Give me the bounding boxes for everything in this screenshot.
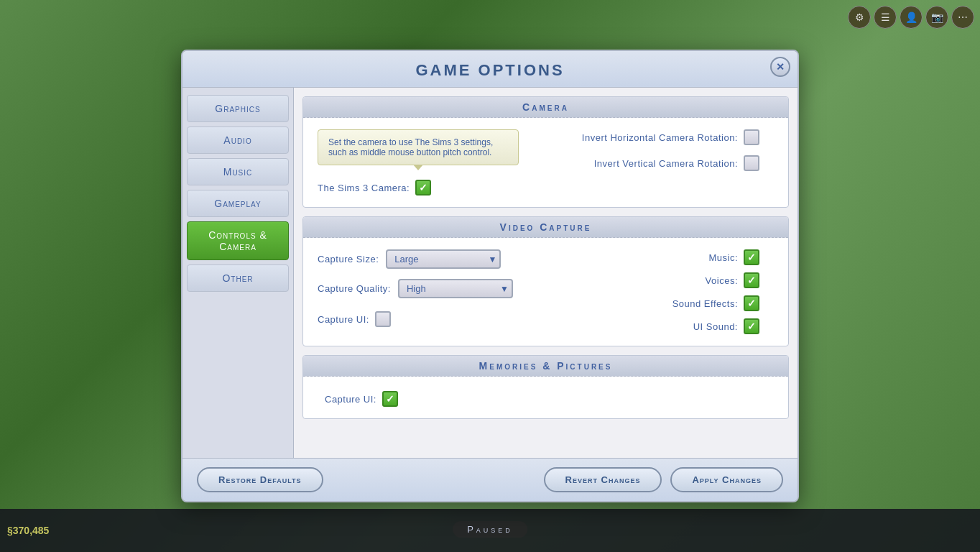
sound-effects-row: Sound Effects: — [672, 295, 759, 311]
capture-ui-label: Capture UI: — [318, 314, 369, 325]
topbar-icon-2[interactable]: ☰ — [874, 6, 897, 29]
close-button[interactable]: ✕ — [770, 57, 790, 77]
music-checkbox[interactable] — [744, 249, 759, 265]
capture-size-wrapper: Small Medium Large ▼ — [386, 249, 501, 269]
game-options-modal: Game Options ✕ Graphics Audio Music Game… — [181, 50, 799, 502]
invert-vertical-row: Invert Vertical Camera Rotation: — [594, 155, 759, 171]
sidebar-item-other[interactable]: Other — [187, 264, 289, 292]
memories-section: Memories & Pictures Capture UI: — [302, 355, 789, 419]
sidebar: Graphics Audio Music Gameplay Controls &… — [182, 88, 294, 458]
sound-effects-checkbox[interactable] — [744, 295, 759, 311]
capture-quality-row: Capture Quality: Low Medium High ▼ — [318, 279, 542, 298]
video-left: Capture Size: Small Medium Large ▼ — [318, 249, 542, 334]
topbar-icon-4[interactable]: 📷 — [925, 6, 948, 29]
camera-section: Camera Set the camera to use The Sims 3 … — [302, 96, 789, 208]
sidebar-item-gameplay[interactable]: Gameplay — [187, 190, 289, 217]
camera-tooltip: Set the camera to use The Sims 3 setting… — [318, 129, 519, 165]
memories-capture-ui-row: Capture UI: — [325, 391, 767, 407]
memories-capture-ui-label: Capture UI: — [325, 394, 376, 405]
capture-ui-row: Capture UI: — [318, 311, 542, 327]
capture-quality-select[interactable]: Low Medium High — [398, 279, 513, 298]
invert-horizontal-row: Invert Horizontal Camera Rotation: — [582, 129, 759, 145]
sidebar-item-audio[interactable]: Audio — [187, 126, 289, 154]
modal-overlay: Game Options ✕ Graphics Audio Music Game… — [0, 0, 980, 552]
sound-effects-label: Sound Effects: — [672, 298, 738, 309]
camera-left: Set the camera to use The Sims 3 setting… — [318, 129, 540, 196]
sidebar-item-controls-camera[interactable]: Controls & Camera — [187, 221, 289, 260]
ui-sound-row: UI Sound: — [693, 318, 759, 334]
sims3-camera-label: The Sims 3 Camera: — [318, 183, 410, 193]
video-capture-header: Video Capture — [303, 217, 788, 238]
sims3-camera-checkbox[interactable] — [415, 180, 431, 196]
capture-quality-label: Capture Quality: — [318, 283, 391, 294]
topbar-icon-1[interactable]: ⚙ — [848, 6, 871, 29]
content-area: Camera Set the camera to use The Sims 3 … — [294, 88, 798, 458]
modal-body: Graphics Audio Music Gameplay Controls &… — [182, 88, 798, 458]
restore-defaults-button[interactable]: Restore Defaults — [197, 467, 323, 492]
video-capture-section: Video Capture Capture Size: Small Medium — [302, 216, 789, 346]
topbar: ⚙ ☰ 👤 📷 ⋯ — [842, 0, 980, 34]
music-label: Music: — [708, 252, 738, 263]
camera-section-content: Set the camera to use The Sims 3 setting… — [303, 118, 788, 207]
sims3-camera-row: The Sims 3 Camera: — [318, 180, 540, 196]
voices-row: Voices: — [706, 272, 759, 288]
capture-size-select[interactable]: Small Medium Large — [386, 249, 501, 269]
sidebar-item-graphics[interactable]: Graphics — [187, 95, 289, 122]
footer-right-buttons: Revert Changes Apply Changes — [544, 467, 783, 492]
sidebar-item-music[interactable]: Music — [187, 158, 289, 185]
modal-title: Game Options — [415, 61, 564, 79]
memories-capture-ui-checkbox[interactable] — [382, 391, 398, 407]
topbar-icon-3[interactable]: 👤 — [900, 6, 923, 29]
topbar-icon-5[interactable]: ⋯ — [951, 6, 974, 29]
voices-label: Voices: — [706, 275, 738, 286]
ui-sound-checkbox[interactable] — [744, 318, 759, 334]
video-section-content: Capture Size: Small Medium Large ▼ — [303, 238, 788, 346]
voices-checkbox[interactable] — [744, 272, 759, 288]
invert-vertical-label: Invert Vertical Camera Rotation: — [594, 158, 738, 169]
video-right: Music: Voices: Sound Effects: — [550, 249, 775, 334]
capture-size-label: Capture Size: — [318, 254, 379, 264]
invert-horizontal-checkbox[interactable] — [744, 129, 759, 145]
capture-quality-wrapper: Low Medium High ▼ — [398, 279, 513, 298]
invert-horizontal-label: Invert Horizontal Camera Rotation: — [582, 132, 738, 143]
memories-section-content: Capture UI: — [303, 377, 788, 418]
modal-header: Game Options ✕ — [182, 51, 798, 88]
apply-changes-button[interactable]: Apply Changes — [670, 467, 783, 492]
revert-changes-button[interactable]: Revert Changes — [544, 467, 662, 492]
camera-right: Invert Horizontal Camera Rotation: Inver… — [552, 129, 775, 196]
ui-sound-label: UI Sound: — [693, 321, 738, 332]
capture-ui-checkbox[interactable] — [375, 311, 391, 327]
invert-vertical-checkbox[interactable] — [744, 155, 759, 171]
memories-header: Memories & Pictures — [303, 356, 788, 377]
modal-footer: Restore Defaults Revert Changes Apply Ch… — [182, 458, 798, 501]
music-row: Music: — [708, 249, 759, 265]
camera-section-header: Camera — [303, 97, 788, 118]
capture-size-row: Capture Size: Small Medium Large ▼ — [318, 249, 542, 269]
